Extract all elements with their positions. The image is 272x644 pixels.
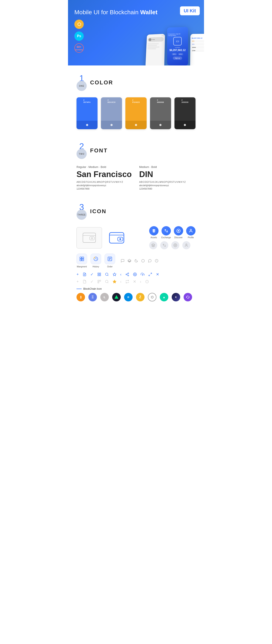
- document-edit-icon-gray: [83, 280, 86, 284]
- exchange-icon-gray: [160, 241, 168, 249]
- discover-icon: [174, 226, 183, 236]
- svg-point-15: [174, 244, 177, 247]
- misc-icons-row: [121, 259, 158, 263]
- icon-section-header: 3 THREE ICON: [76, 203, 196, 220]
- neo-coin: [112, 293, 121, 302]
- svg-marker-60: [114, 295, 118, 299]
- svg-rect-18: [80, 257, 82, 259]
- history-icon: [90, 254, 101, 264]
- svg-rect-35: [98, 273, 99, 274]
- blockchain-label-row: BlockChain Icon: [76, 287, 196, 290]
- svg-rect-51: [98, 280, 99, 282]
- svg-point-47: [134, 274, 135, 275]
- qr-icon-gray: [97, 280, 101, 284]
- expand-icon: [148, 272, 152, 276]
- icon-section: 3 THREE ICON: [68, 194, 204, 312]
- exchange-icon: [162, 226, 171, 236]
- nav-assets-gray: [149, 241, 157, 249]
- x-icon-gray: ✕: [133, 279, 136, 284]
- swatch-slate: #8DA0C8: [101, 97, 122, 129]
- color-section-header: 1 ONE COLOR: [76, 74, 196, 91]
- chevron-left-icon-gray: ‹: [120, 280, 122, 284]
- svg-line-40: [108, 275, 108, 276]
- hero-title: Mobile UI for Blockchain Wallet: [74, 8, 198, 16]
- assets-icon: [149, 226, 158, 236]
- steem-coin: ▲: [160, 293, 168, 302]
- svg-rect-21: [82, 259, 84, 261]
- check-icon-gray: ✓: [90, 279, 94, 284]
- font-sf: Regular · Medium · Bold San Francisco AB…: [76, 165, 133, 190]
- svg-rect-8: [110, 232, 124, 243]
- svg-rect-53: [98, 282, 99, 283]
- star-filled-icon: [112, 280, 116, 284]
- management-icon-item: Mangment: [76, 254, 87, 268]
- hero-section: Mobile UI for Blockchain Wallet ⬡ Ps 60+…: [68, 0, 204, 66]
- chat-icon: [121, 259, 124, 263]
- close-icon: ✕: [156, 272, 159, 277]
- management-icon: [76, 254, 87, 264]
- search-icon: [105, 272, 109, 276]
- icon-title: ICON: [90, 208, 106, 215]
- phone-right: 9:41 $6,297,502.12 BTC 738-2003 ETH 564,…: [190, 34, 204, 66]
- blockchain-label: BlockChain Icon: [83, 287, 102, 290]
- svg-rect-36: [100, 273, 100, 274]
- plus-icon-gray: +: [76, 280, 79, 284]
- nav-exchange-colored: Exchange: [162, 226, 171, 239]
- sketch-badge: ⬡: [74, 20, 84, 29]
- nav-icons-group: Assets Exchange Discover: [149, 226, 196, 249]
- svg-rect-52: [100, 280, 100, 282]
- font-section: 2 TWO FONT Regular · Medium · Bold San F…: [68, 134, 204, 194]
- arrows-icon-gray: [126, 280, 129, 284]
- screens-badge: 60+ Screens: [74, 43, 84, 53]
- info-icon: [155, 259, 158, 263]
- share-icon: [126, 272, 129, 276]
- grid-coin: ⬡: [148, 293, 156, 302]
- svg-point-43: [126, 274, 127, 275]
- profile-icon-gray: [182, 241, 190, 249]
- search-icon-gray: [105, 280, 109, 284]
- svg-rect-38: [100, 275, 100, 276]
- plus-icon: +: [76, 272, 79, 277]
- order-icon-item: Order: [104, 254, 115, 268]
- svg-line-49: [150, 273, 152, 274]
- document-edit-icon: [83, 272, 86, 276]
- svg-marker-41: [113, 273, 116, 276]
- nav-profile-gray: [182, 241, 190, 249]
- nav-discover-colored: Discover: [174, 226, 183, 239]
- wallet-filled-icon: [106, 228, 128, 248]
- ltc-coin: Ł: [100, 293, 109, 302]
- message-icon: [148, 259, 152, 263]
- icon-main-row: Assets Exchange Discover: [76, 226, 196, 249]
- phone-left: 9:41 Profile: [145, 34, 165, 66]
- swatch-orange: #F5A623: [126, 97, 146, 129]
- matic-coin: [184, 293, 192, 302]
- utility-icons-row1: + ✓ ‹ ✕: [76, 272, 196, 277]
- svg-marker-56: [113, 280, 116, 283]
- blockchain-line: [76, 289, 82, 289]
- discover-icon-gray: [171, 241, 179, 249]
- qr-icon: [97, 272, 101, 276]
- svg-point-13: [178, 230, 179, 232]
- history-icon-item: History: [90, 254, 101, 268]
- svg-point-54: [106, 280, 108, 283]
- font-din: Medium · Bold DIN ABCDEFGHIJKLMNOPQRSTUV…: [139, 165, 196, 190]
- star-icon: [112, 272, 116, 276]
- dash-coin: Đ: [124, 293, 132, 302]
- settings-icon: [133, 272, 137, 276]
- phone-center: Characters may be manipulated ▭ myWallet…: [167, 27, 188, 66]
- profile-icon: [186, 226, 196, 236]
- svg-point-14: [190, 229, 192, 231]
- upload-icon: [141, 272, 144, 276]
- check-icon: ✓: [90, 272, 94, 277]
- svg-rect-37: [98, 275, 99, 276]
- color-title: COLOR: [90, 79, 113, 86]
- arrow-right-gray: ›: [140, 280, 141, 284]
- utility-icons-row2: + ✓ ‹ ✕ ›: [76, 279, 196, 284]
- phone-mockups: 9:41 Profile Characters may be manipulat…: [146, 32, 204, 66]
- color-swatches: #3574FA #8DA0C8 #F5A623 #666666 #303030: [76, 97, 196, 129]
- svg-point-6: [92, 238, 93, 239]
- zcash-coin: Z: [136, 293, 144, 302]
- icon-bottom-row: Mangment History Order: [76, 254, 196, 268]
- color-section: 1 ONE COLOR #3574FA #8DA0C8 #F5A623 #666…: [68, 66, 204, 134]
- circle-icon: [141, 259, 145, 263]
